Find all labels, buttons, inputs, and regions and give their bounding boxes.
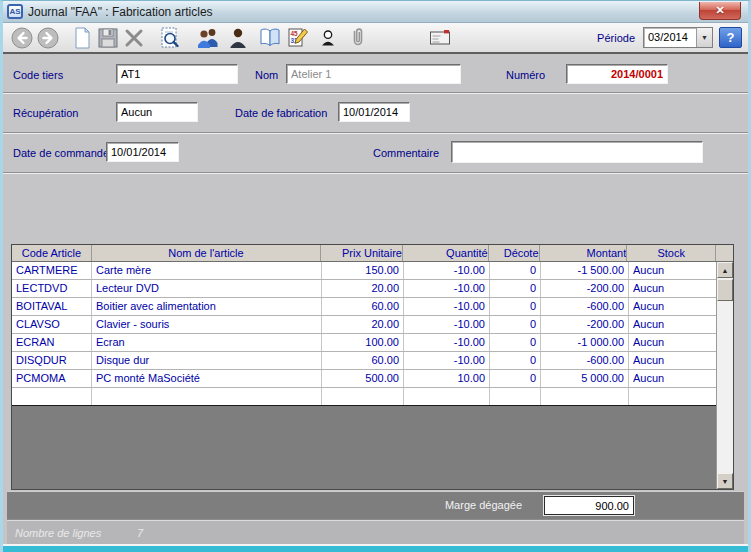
table-cell: -600.00 (541, 298, 629, 315)
chevron-down-icon[interactable]: ▼ (696, 28, 712, 47)
back-button[interactable] (9, 25, 35, 51)
table-cell: -200.00 (541, 280, 629, 297)
table-cell: Clavier - souris (92, 316, 322, 333)
close-icon: ✕ (715, 4, 724, 16)
table-cell: CARTMERE (12, 262, 92, 279)
status-bar: Nombre de lignes 7 (7, 519, 744, 545)
table-cell: -10.00 (404, 262, 490, 279)
table-cell: -10.00 (404, 298, 490, 315)
table-cell (322, 388, 404, 405)
section-divider (3, 172, 748, 174)
svg-text:45: 45 (291, 30, 299, 37)
help-icon: ? (727, 30, 735, 45)
code-tiers-label: Code tiers (13, 69, 63, 81)
new-document-button[interactable] (69, 25, 95, 51)
client-icon (226, 26, 250, 50)
recuperation-input[interactable] (116, 102, 198, 122)
schedule-edit-icon: 45 31 (286, 26, 310, 50)
scroll-down-button[interactable]: ▼ (717, 473, 733, 489)
column-header: Nom de l'article (92, 245, 321, 261)
back-icon (10, 26, 34, 50)
table-cell: -600.00 (541, 352, 629, 369)
attachment-button[interactable] (345, 25, 371, 51)
table-cell: 0 (490, 370, 541, 387)
table-cell: 10.00 (404, 370, 490, 387)
table-cell: 20.00 (322, 280, 404, 297)
help-button[interactable]: ? (719, 27, 742, 48)
column-header: Stock (627, 245, 716, 261)
scroll-up-button[interactable]: ▲ (717, 262, 733, 278)
table-cell: -1 500.00 (541, 262, 629, 279)
contact-button[interactable] (315, 25, 341, 51)
table-row[interactable]: BOITAVALBoitier avec alimentation60.00-1… (12, 298, 733, 316)
periode-select[interactable]: 03/2014 ▼ (643, 27, 713, 48)
column-header: Décote (489, 245, 540, 261)
section-divider (3, 92, 748, 94)
table-cell: 60.00 (322, 298, 404, 315)
toolbar: 45 31 Période (3, 23, 748, 54)
app-logo-icon: AS (7, 4, 23, 19)
table-cell: 0 (490, 298, 541, 315)
nom-input (286, 64, 461, 84)
table-cell (92, 388, 322, 405)
table-cell: 0 (490, 280, 541, 297)
table-cell: Aucun (629, 352, 718, 369)
table-cell: 100.00 (322, 334, 404, 351)
table-cell: BOITAVAL (12, 298, 92, 315)
table-scrollbar[interactable]: ▲ ▼ (716, 262, 733, 489)
table-row[interactable]: LECTDVDLecteur DVD20.00-10.000-200.00Auc… (12, 280, 733, 298)
code-tiers-input[interactable] (116, 64, 238, 84)
table-empty-row[interactable] (12, 388, 733, 406)
marge-degagee-field[interactable] (544, 496, 634, 515)
date-fabrication-input[interactable] (338, 102, 410, 122)
close-button[interactable]: ✕ (699, 2, 741, 20)
date-fabrication-label: Date de fabrication (235, 107, 327, 119)
date-commande-input[interactable] (106, 142, 179, 162)
catalog-button[interactable] (257, 25, 283, 51)
client-button[interactable] (225, 25, 251, 51)
preview-button[interactable] (157, 25, 183, 51)
table-row[interactable]: DISQDURDisque dur60.00-10.000-600.00Aucu… (12, 352, 733, 370)
table-cell: DISQDUR (12, 352, 92, 369)
table-row[interactable]: CLAVSOClavier - souris20.00-10.000-200.0… (12, 316, 733, 334)
table-cell: -200.00 (541, 316, 629, 333)
table-cell: Aucun (629, 262, 718, 279)
preview-icon (158, 26, 182, 50)
table-row[interactable]: PCMOMAPC monté MaSociété500.0010.0005 00… (12, 370, 733, 388)
delete-button[interactable] (121, 25, 147, 51)
scrollbar-thumb[interactable] (717, 279, 733, 301)
table-cell: Lecteur DVD (92, 280, 322, 297)
periode-label: Période (597, 32, 635, 44)
numero-input (566, 64, 668, 84)
table-cell: CLAVSO (12, 316, 92, 333)
table-cell: 150.00 (322, 262, 404, 279)
date-commande-label: Date de commande (13, 147, 109, 159)
forward-icon (36, 26, 60, 50)
schedule-edit-button[interactable]: 45 31 (285, 25, 311, 51)
forward-button[interactable] (35, 25, 61, 51)
table-cell: -10.00 (404, 352, 490, 369)
title-bar: AS Journal "FAA" : Fabrication articles … (3, 1, 748, 23)
save-button[interactable] (95, 25, 121, 51)
column-header: Prix Unitaire (321, 245, 403, 261)
table-cell: Aucun (629, 316, 718, 333)
table-row[interactable]: CARTMERECarte mère150.00-10.000-1 500.00… (12, 262, 733, 280)
commentaire-input[interactable] (451, 141, 703, 163)
window-title: Journal "FAA" : Fabrication articles (28, 5, 213, 19)
table-row[interactable]: ECRANEcran100.00-10.000-1 000.00Aucun (12, 334, 733, 352)
table-cell: -10.00 (404, 280, 490, 297)
clients-button[interactable] (195, 25, 221, 51)
commentaire-label: Commentaire (373, 147, 439, 159)
catalog-icon (258, 26, 282, 50)
column-header: Quantité (403, 245, 489, 261)
table-cell: PCMOMA (12, 370, 92, 387)
column-header: Code Article (12, 245, 92, 261)
table-cell: 0 (490, 334, 541, 351)
table-cell (490, 388, 541, 405)
column-header: Montant (540, 245, 628, 261)
email-button[interactable] (427, 25, 453, 51)
save-icon (96, 26, 120, 50)
delete-icon (122, 26, 146, 50)
table-cell: 500.00 (322, 370, 404, 387)
table-cell (629, 388, 718, 405)
